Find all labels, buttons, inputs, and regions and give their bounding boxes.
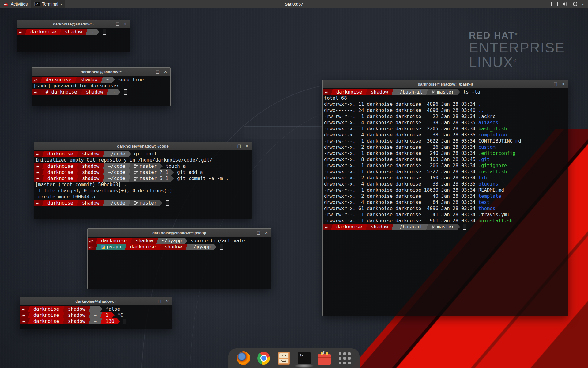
dock: $> bbox=[228, 348, 360, 368]
prompt-segment-host: shadow bbox=[79, 175, 102, 182]
window-close-button[interactable]: × bbox=[124, 20, 127, 28]
window-close-button[interactable]: × bbox=[166, 297, 169, 305]
git-branch-icon bbox=[134, 170, 138, 175]
prompt-segment-host: shadow bbox=[79, 169, 102, 175]
window-close-button[interactable]: × bbox=[164, 68, 167, 76]
window-minimize-button[interactable]: – bbox=[151, 297, 153, 305]
window-titlebar[interactable]: darknoise@shadow:~/bash-it–□× bbox=[323, 80, 568, 88]
redhat-icon bbox=[21, 307, 26, 311]
dock-item-toolbox[interactable] bbox=[317, 351, 331, 365]
window-minimize-button[interactable]: – bbox=[231, 142, 233, 150]
window-maximize-button[interactable]: □ bbox=[554, 80, 557, 88]
dock-item-files[interactable] bbox=[277, 351, 291, 365]
window-close-button[interactable]: × bbox=[562, 80, 565, 88]
command-text: git add a bbox=[177, 169, 203, 175]
app-grid-icon bbox=[339, 352, 351, 364]
prompt-segment-hat bbox=[17, 29, 24, 35]
window-minimize-button[interactable]: – bbox=[547, 80, 549, 88]
window-title: darknoise@shadow:~/pyapp bbox=[88, 231, 271, 235]
terminal-cursor bbox=[124, 89, 127, 95]
file-name: uninstall.sh bbox=[478, 218, 513, 224]
window-maximize-button[interactable]: □ bbox=[257, 229, 260, 237]
prompt-segment-path: ~ bbox=[103, 77, 112, 83]
file-name: install.sh bbox=[478, 169, 507, 174]
prompt-arrow-icon bbox=[171, 175, 174, 182]
clock[interactable]: Sat 03:57 bbox=[285, 2, 303, 6]
prompt-segment-path: ~/code bbox=[105, 163, 128, 169]
redhat-icon bbox=[21, 320, 26, 324]
prompt-segment-hat bbox=[34, 200, 42, 206]
dock-item-chrome[interactable] bbox=[257, 351, 271, 365]
window-titlebar[interactable]: darknoise@shadow:~/pyapp–□× bbox=[88, 229, 271, 237]
file-name: template bbox=[478, 194, 501, 199]
dock-item-terminal[interactable]: $> bbox=[297, 351, 311, 365]
activities-button[interactable]: Activities bbox=[0, 0, 31, 8]
prompt-segment-path: ~/code bbox=[105, 175, 128, 182]
rhel-logo: RED HAT® ENTERPRISE LINUX® bbox=[469, 31, 565, 70]
window-maximize-button[interactable]: □ bbox=[116, 20, 119, 28]
prompt-segment-exit: 1 bbox=[103, 312, 111, 318]
chrome-icon bbox=[257, 352, 270, 365]
window-minimize-button[interactable]: – bbox=[149, 68, 152, 76]
window-titlebar[interactable]: darknoise@shadow:~/code–□× bbox=[34, 142, 252, 150]
terminal-cursor bbox=[463, 224, 466, 230]
terminal-body[interactable]: darknoiseshadow~/bash-itmasterls -latota… bbox=[323, 88, 568, 316]
file-name: README.md bbox=[478, 187, 504, 193]
redhat-icon bbox=[89, 239, 94, 243]
prompt-segment-path: ~/code bbox=[105, 151, 128, 157]
prompt-segment-host: shadow bbox=[65, 312, 88, 318]
window-title: darknoise@shadow:~/code bbox=[34, 144, 252, 148]
dock-item-firefox[interactable] bbox=[236, 351, 251, 365]
window-minimize-button[interactable]: – bbox=[109, 20, 111, 28]
terminal-body[interactable]: darknoiseshadow~/pyappsource bin/activat… bbox=[88, 237, 271, 289]
prompt-arrow-icon bbox=[112, 312, 115, 318]
window-close-button[interactable]: × bbox=[245, 142, 249, 150]
terminal-window-6: darknoise@shadow:~/bash-it–□×darknoisesh… bbox=[322, 80, 568, 316]
prompt: darknoiseshadow~130 bbox=[20, 318, 120, 324]
system-status-area[interactable]: ▾ bbox=[551, 0, 588, 8]
prompt-segment-user: darknoise bbox=[127, 244, 159, 250]
window-close-button[interactable]: × bbox=[265, 229, 268, 237]
file-name: bash_it.sh bbox=[478, 126, 507, 132]
redhat-icon bbox=[35, 201, 40, 205]
window-titlebar[interactable]: darknoise@shadow:~–□× bbox=[20, 297, 172, 305]
window-titlebar[interactable]: darknoise@shadow:~–□× bbox=[32, 68, 170, 76]
window-title: darknoise@shadow:~/bash-it bbox=[323, 82, 568, 86]
git-branch-icon bbox=[432, 225, 435, 229]
firefox-icon bbox=[237, 351, 250, 365]
command-text: git commit -a -m . bbox=[177, 175, 228, 182]
prompt-segment-host: shadow bbox=[79, 163, 102, 169]
prompt-segment-path: ~ bbox=[91, 306, 100, 312]
prompt-segment-user: darknoise bbox=[44, 169, 76, 175]
running-app-glow bbox=[294, 364, 314, 368]
activities-label: Activities bbox=[11, 2, 28, 6]
prompt: darknoiseshadow~ bbox=[17, 29, 100, 35]
terminal-body[interactable]: darknoiseshadow~sudo true[sudo] password… bbox=[32, 76, 170, 106]
window-maximize-button[interactable]: □ bbox=[158, 297, 161, 305]
command-text: ls -la bbox=[463, 89, 480, 95]
terminal-body[interactable]: darknoiseshadow~ bbox=[17, 28, 130, 52]
window-minimize-button[interactable]: – bbox=[250, 229, 252, 237]
window-maximize-button[interactable]: □ bbox=[156, 68, 160, 76]
file-name: completion bbox=[478, 132, 507, 138]
terminal-window-1: darknoise@shadow:~–□×darknoiseshadow~ bbox=[17, 20, 130, 52]
terminal-body[interactable]: darknoiseshadow~/codegit initInitialized… bbox=[34, 150, 252, 219]
prompt-segment-git: master ?:1 bbox=[131, 169, 171, 175]
desktop[interactable]: RED HAT® ENTERPRISE LINUX® darknoise@sha… bbox=[0, 0, 588, 368]
window-maximize-button[interactable]: □ bbox=[237, 142, 241, 150]
file-name: CONTRIBUTING.md bbox=[478, 138, 521, 144]
prompt: pyappdarknoiseshadow~/pyapp bbox=[88, 244, 217, 250]
window-titlebar[interactable]: darknoise@shadow:~–□× bbox=[17, 20, 130, 28]
terminal-body[interactable]: darknoiseshadow~falsedarknoiseshadow~1^C… bbox=[20, 305, 172, 329]
file-name: .git bbox=[478, 157, 490, 162]
file-name: plugins bbox=[478, 181, 498, 187]
rhel-logo-redhat: RED HAT® bbox=[469, 31, 565, 40]
file-name: .travis.yml bbox=[478, 212, 510, 217]
terminal-app-menu[interactable]: $> Terminal ▾ bbox=[31, 0, 65, 8]
prompt-segment-host: shadow bbox=[79, 151, 102, 157]
prompt-segment-host: shadow bbox=[368, 224, 391, 230]
prompt-segment-host: shadow bbox=[62, 29, 85, 35]
prompt-segment-hat bbox=[20, 312, 28, 318]
dock-item-app-grid[interactable] bbox=[337, 351, 352, 365]
terminal-window-5: darknoise@shadow:~–□×darknoiseshadow~fal… bbox=[20, 297, 172, 329]
